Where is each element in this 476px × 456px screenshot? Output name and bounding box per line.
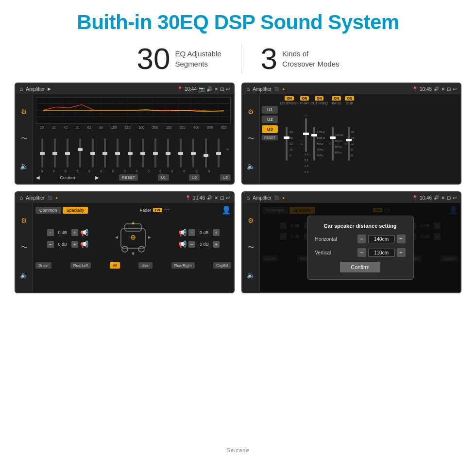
reset-btn-crossover[interactable]: RESET [262, 135, 278, 140]
crossover-sidebar: ⚙ 〜 🔈 [242, 94, 260, 184]
all-btn[interactable]: All [110, 262, 120, 269]
vol-lr-plus[interactable]: + [71, 241, 78, 248]
svg-rect-18 [125, 224, 141, 231]
car-diagram [111, 217, 155, 260]
close-icon-2[interactable]: ✕ [441, 86, 445, 92]
eq-icon-4[interactable]: ⚙ [248, 217, 254, 224]
vol-rr-minus[interactable]: − [188, 241, 195, 248]
home-icon-3[interactable]: ⌂ [19, 194, 23, 201]
horizontal-plus[interactable]: + [397, 235, 406, 243]
speaker-icon-3[interactable]: 🔈 [20, 271, 28, 279]
more-icon[interactable]: » [227, 147, 229, 152]
eq-icon-2[interactable]: ⚙ [248, 108, 254, 116]
fader-tabs: Common Specialty [35, 207, 88, 214]
home-icon-4[interactable]: ⌂ [246, 194, 250, 201]
user-btn[interactable]: User [138, 262, 153, 269]
close-icon-4[interactable]: ✕ [441, 195, 445, 201]
distance-time: 10:46 [420, 195, 432, 201]
bass-on[interactable]: ON [332, 96, 341, 101]
sub-slider[interactable] [348, 127, 350, 161]
eq-slider-1 [38, 138, 47, 168]
eq-icon-3[interactable]: ⚙ [21, 217, 27, 224]
u1-btn[interactable]: U1 [158, 174, 169, 181]
loudness-on[interactable]: ON [285, 96, 294, 101]
vol-lr-minus[interactable]: − [47, 241, 54, 248]
vol-rf-minus[interactable]: − [188, 229, 195, 236]
eq-slider-10 [151, 138, 160, 168]
bass-label: BASS [332, 101, 341, 105]
crossover-main: U1 U2 U3 RESET ON LOUDNESS [260, 94, 460, 184]
speaker-icon-2[interactable]: 🔈 [247, 162, 255, 170]
back-icon-4[interactable]: ↩ [453, 195, 457, 201]
vertical-row: Vertical − 110cm + [315, 248, 406, 257]
fader-screen-content: ⚙ 〜 🔈 Common Specialty Fader ON ≡≡ 👤 [16, 203, 234, 292]
vertical-value: 110cm [368, 249, 395, 257]
eq-slider-12 [176, 138, 185, 168]
play-icon[interactable]: ▶ [48, 86, 51, 91]
phat-slider[interactable] [305, 118, 307, 152]
dialog-overlay: Car speaker distance setting Horizontal … [260, 203, 460, 292]
confirm-button[interactable]: Confirm [340, 262, 380, 272]
wave-icon[interactable]: 〜 [21, 135, 28, 143]
back-icon-3[interactable]: ↩ [226, 195, 230, 201]
home-icon-2[interactable]: ⌂ [246, 85, 250, 92]
eq-slider-14 [202, 138, 210, 168]
wave-icon-4[interactable]: 〜 [248, 243, 255, 252]
vol-rf-plus[interactable]: + [213, 229, 220, 236]
vertical-plus[interactable]: + [397, 248, 406, 257]
vertical-minus[interactable]: − [357, 248, 366, 257]
speaker-icon[interactable]: 🔈 [20, 162, 28, 170]
rearright-btn[interactable]: RearRight [171, 262, 195, 269]
window-icon-3[interactable]: ⊡ [220, 195, 224, 201]
rearleft-btn[interactable]: RearLeft [70, 262, 91, 269]
eq-icon[interactable]: ⚙ [21, 108, 27, 116]
eq-slider-2 [51, 138, 59, 168]
u3-btn[interactable]: U3 [220, 174, 231, 181]
driver-btn[interactable]: Driver [35, 262, 51, 269]
next-icon[interactable]: ▶ [95, 175, 99, 180]
wave-icon-2[interactable]: 〜 [248, 135, 255, 143]
distance-content: ⚙ 〜 🔈 Common Specialty ON ≡≡ [242, 203, 460, 292]
sub-on[interactable]: ON [345, 96, 354, 101]
u2-preset-btn[interactable]: U2 [262, 116, 278, 123]
u2-btn[interactable]: U2 [189, 174, 200, 181]
cutfreq-on[interactable]: ON [315, 96, 324, 101]
back-icon-2[interactable]: ↩ [453, 86, 457, 92]
horizontal-minus[interactable]: − [357, 235, 366, 243]
u1-preset-btn[interactable]: U1 [262, 106, 278, 114]
eq-main: 2532405063 80100125160200 25032040050063… [33, 94, 234, 184]
specialty-tab[interactable]: Specialty [63, 207, 88, 214]
u3-preset-btn[interactable]: U3 [262, 125, 278, 133]
vol-lf-plus[interactable]: + [71, 229, 78, 236]
crossover-presets: U1 U2 U3 RESET [262, 96, 278, 182]
window-icon-4[interactable]: ⊡ [447, 195, 451, 201]
bass-slider[interactable] [332, 127, 334, 161]
phat-on[interactable]: ON [300, 96, 309, 101]
eq-desc: EQ Adjustable Segments [175, 49, 221, 69]
home-icon[interactable]: ⌂ [19, 85, 23, 92]
close-icon-3[interactable]: ✕ [214, 195, 218, 201]
speaker-icon-4[interactable]: 🔈 [247, 271, 255, 279]
back-icon[interactable]: ↩ [226, 86, 230, 92]
reset-btn[interactable]: RESET [119, 174, 138, 181]
camera-icon: 📷 [199, 86, 204, 92]
window-icon[interactable]: ⊡ [220, 86, 224, 92]
record-icon-3: ⬛ [274, 196, 279, 200]
vol-lf-minus[interactable]: − [47, 229, 54, 236]
loudness-slider[interactable] [286, 127, 288, 161]
common-tab[interactable]: Common [35, 207, 61, 214]
window-icon-2[interactable]: ⊡ [447, 86, 451, 92]
eq-slider-4 [76, 138, 85, 168]
dot-icon: ● [282, 87, 285, 91]
svg-point-20 [138, 246, 144, 252]
wave-icon-3[interactable]: 〜 [21, 243, 28, 252]
copilot-btn[interactable]: Copilot [213, 262, 231, 269]
fader-main: Common Specialty Fader ON ≡≡ 👤 − [33, 203, 234, 292]
close-icon[interactable]: ✕ [214, 86, 218, 92]
horizontal-value: 140cm [368, 235, 395, 243]
vol-rr-plus[interactable]: + [213, 241, 220, 248]
preset-label: Custom [60, 175, 75, 180]
fader-sidebar: ⚙ 〜 🔈 [16, 203, 33, 292]
cutfreq-slider[interactable] [313, 127, 315, 161]
prev-icon[interactable]: ◀ [36, 175, 40, 180]
